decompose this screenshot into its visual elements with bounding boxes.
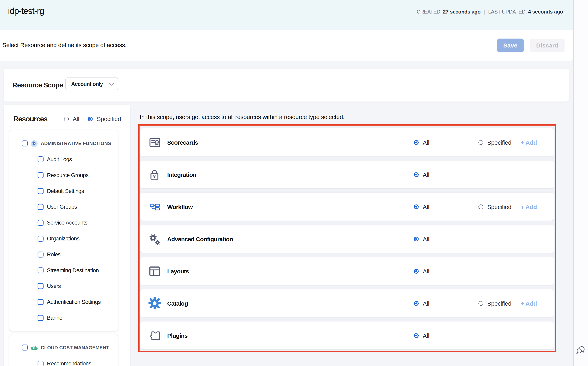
svg-text:$: $ <box>33 345 35 350</box>
